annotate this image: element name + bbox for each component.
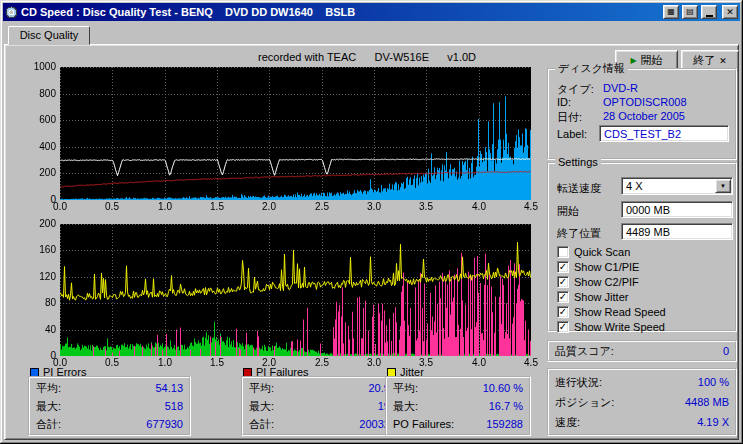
y-tick-label: 200 [22,219,56,229]
quality-score-row: 品質スコア: 0 [549,342,735,361]
stat-label: PO Failures: [393,417,454,432]
disc-type-value: DVD-R [603,82,638,97]
stat-row: 最大:518 [30,396,189,414]
stat-value: 16.7 % [489,399,523,414]
checkbox-box[interactable]: ✓ [557,291,569,303]
stat-row: 平均:10.60 % [387,378,529,396]
checkbox-label: Quick Scan [574,246,630,258]
disc-info-group: ディスク情報 タイプ: DVD-R ID: OPTODISCR008 日付: 2… [547,68,737,160]
stat-value: 10.60 % [483,381,523,396]
stat-value: 159288 [486,417,523,432]
x-tick-label: 2.0 [254,358,284,368]
pi-failures-stats-box: 平均:20.97 最大:192 合計:200326 [241,376,404,436]
recorded-with-text: recorded with TEAC DV-W516E v1.0D [258,51,476,63]
checkbox-box[interactable]: ✓ [557,306,569,318]
bar-chart-icon: ▦ [667,8,675,16]
checkbox-box[interactable]: ✓ [557,321,569,333]
x-tick-label: 3.5 [411,358,441,368]
stat-label: 最大: [249,399,274,414]
stat-value: 518 [165,399,183,414]
tab-disc-quality[interactable]: Disc Quality [8,26,90,45]
chevron-down-icon[interactable]: ▼ [715,179,731,193]
stat-label: 合計: [249,417,274,432]
stat-label: 平均: [36,381,61,396]
disc-id-value: OPTODISCR008 [603,96,687,108]
y-tick-label: 40 [22,325,56,335]
disc-date-value: 28 October 2005 [603,110,685,125]
checkbox-label: Show Write Speed [574,321,665,333]
checkbox-box[interactable]: ✓ [557,261,569,273]
stat-label: 最大: [36,399,61,414]
x-tick-label: 1.0 [150,358,180,368]
pi-errors-stats-box: 平均:54.13 最大:518 合計:677930 [28,376,191,436]
graph-view-button[interactable]: ▦ [663,5,679,19]
speed-row-label: 速度: [555,414,580,430]
stat-label: 平均: [249,381,274,396]
position-row: ポジション:4488 MB [549,390,735,410]
x-tick-label: 1.0 [150,202,180,212]
pif-jitter-chart [60,224,531,356]
y-tick-label: 400 [22,142,56,152]
quality-score-value: 0 [723,344,729,359]
checkbox-show-write-speed[interactable]: ✓Show Write Speed [557,319,729,334]
checkbox-show-c2-pif[interactable]: ✓Show C2/PIF [557,274,729,289]
disc-id-label: ID: [557,96,603,108]
stat-row: 合計:677930 [30,414,189,432]
disc-info-title: ディスク情報 [555,62,628,75]
speed-label: 転送速度 [557,181,601,196]
checkbox-box[interactable]: ✓ [557,276,569,288]
x-tick-label: 4.0 [464,202,494,212]
x-tick-label: 1.5 [202,202,232,212]
checkbox-show-c1-pie[interactable]: ✓Show C1/PIE [557,259,729,274]
x-tick-label: 3.0 [359,358,389,368]
stat-value: 54.13 [155,381,183,396]
checkbox-box[interactable] [557,246,569,258]
exit-cross-icon: ✕ [719,56,727,66]
disc-label-label: Label: [557,128,587,140]
disc-label-field[interactable]: CDS_TEST_B2 [599,125,729,142]
checkbox-label: Show Jitter [574,291,628,303]
minimize-icon [706,15,713,17]
close-button[interactable]: ✕ [722,5,738,19]
position-value: 4488 MB [685,394,729,410]
y-tick-label: 1000 [22,62,56,72]
y-tick-label: 120 [22,272,56,282]
checkbox-label: Show C1/PIE [574,261,639,273]
x-tick-label: 0.5 [97,358,127,368]
x-tick-label: 2.5 [307,358,337,368]
window-title: CD Speed : Disc Quality Test - BENQ DVD … [21,6,660,18]
disc-label-value: CDS_TEST_B2 [604,128,681,140]
x-tick-label: 2.0 [254,202,284,212]
start-position-label: 開始 [557,204,579,219]
x-tick-label: 0.0 [45,202,75,212]
checkbox-quick-scan[interactable]: Quick Scan [557,244,729,259]
stat-row: 合計:200326 [243,414,402,432]
x-tick-label: 4.5 [516,202,546,212]
x-tick-label: 0.0 [45,358,75,368]
checkbox-show-read-speed[interactable]: ✓Show Read Speed [557,304,729,319]
progress-value: 100 % [698,374,729,390]
end-position-field[interactable]: 4489 MB [621,223,733,240]
minimize-button[interactable] [701,5,717,19]
y-tick-label: 200 [22,168,56,178]
checkbox-show-jitter[interactable]: ✓Show Jitter [557,289,729,304]
end-position-value: 4489 MB [626,226,670,238]
stat-row: PO Failures:159288 [387,414,529,432]
title-bar[interactable]: CD Speed : Disc Quality Test - BENQ DVD … [3,3,740,21]
app-disc-icon [5,6,18,19]
quality-score-box: 品質スコア: 0 [547,340,737,362]
speed-select[interactable]: 4 X ▼ [621,177,733,195]
speed-row: 速度:4.19 X [549,410,735,430]
x-tick-label: 4.5 [516,358,546,368]
settings-group: Settings 転送速度 4 X ▼ 開始 0000 MB 終了位置 4489… [547,162,737,332]
end-position-label: 終了位置 [557,226,601,241]
disc-type-row: タイプ: DVD-R [557,82,727,97]
disc-date-row: 日付: 28 October 2005 [557,110,727,125]
start-position-field[interactable]: 0000 MB [621,201,733,218]
stat-value: 677930 [146,417,183,432]
data-view-button[interactable]: ▤ [682,5,698,19]
exit-button-label: 終了 [693,53,715,68]
stat-label: 最大: [393,399,418,414]
cd-speed-window: CD Speed : Disc Quality Test - BENQ DVD … [0,0,743,444]
y-tick-label: 160 [22,245,56,255]
